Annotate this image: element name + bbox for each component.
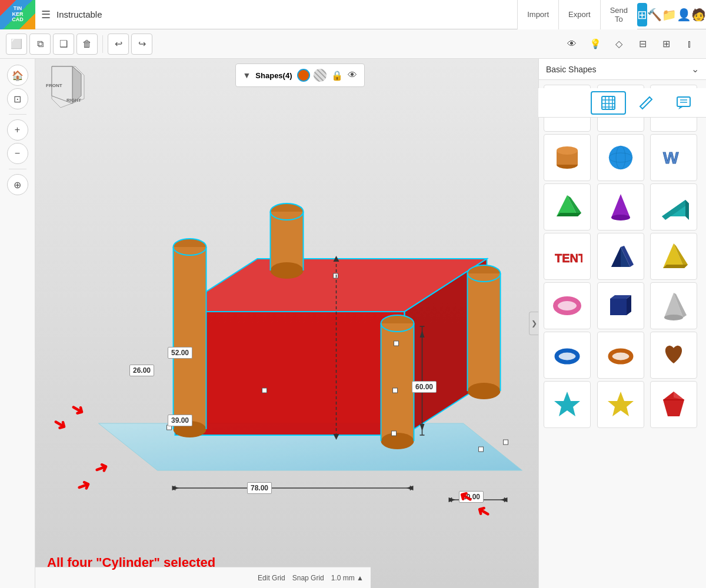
right-panel: Basic Shapes ⌄ — [538, 59, 706, 588]
nav-list-icon[interactable]: ☰ — [41, 8, 51, 21]
svg-point-140 — [557, 350, 578, 362]
eye-icon[interactable]: 👁 — [348, 70, 357, 81]
grid-view-icon[interactable]: ⊞ — [637, 3, 647, 26]
svg-marker-126 — [611, 247, 621, 267]
separator — [102, 35, 103, 53]
shapes-panel-icon[interactable] — [591, 91, 626, 115]
new-shape-button[interactable]: ⬜ — [6, 34, 27, 55]
svg-rect-61 — [504, 440, 508, 445]
shape-select-toggle[interactable]: ◇ — [608, 34, 630, 55]
svg-point-111 — [557, 146, 578, 155]
delete-button[interactable]: 🗑 — [76, 34, 98, 55]
collapse-panel-button[interactable]: ❯ — [529, 312, 538, 335]
svg-line-89 — [645, 100, 647, 102]
svg-rect-50 — [468, 273, 501, 391]
shape-torus-orange[interactable] — [597, 332, 644, 379]
shape-cylinder[interactable] — [544, 134, 591, 181]
shape-cone-gray[interactable] — [650, 282, 697, 329]
svg-point-120 — [611, 215, 630, 220]
import-button[interactable]: Import — [517, 0, 558, 29]
comment-panel-icon[interactable] — [666, 91, 701, 115]
align-toggle[interactable]: ⊞ — [655, 34, 677, 55]
svg-rect-60 — [479, 447, 484, 452]
svg-rect-32 — [174, 247, 207, 429]
shape-wedge-teal[interactable] — [650, 183, 697, 230]
redo-button[interactable]: ↪ — [131, 34, 152, 55]
snap-value[interactable]: 1.0 mm ▲ — [331, 574, 364, 582]
flip-toggle[interactable]: ⫿ — [679, 34, 700, 55]
shape-star-yellow[interactable] — [597, 381, 644, 428]
visibility-toggle[interactable]: 👁 — [561, 34, 582, 55]
light-toggle[interactable]: 💡 — [585, 34, 606, 55]
svg-marker-74 — [449, 497, 456, 502]
shape-panel-collapse[interactable]: ▼ — [243, 71, 251, 80]
shape-torus-blue[interactable] — [544, 332, 591, 379]
svg-marker-130 — [663, 265, 688, 268]
shape-box-navy2[interactable] — [597, 282, 644, 329]
shape-gem-red[interactable] — [650, 381, 697, 428]
dim-label-52: 52.00 — [168, 347, 192, 359]
undo-button[interactable]: ↩ — [108, 34, 129, 55]
file-icon[interactable]: 📁 — [662, 3, 677, 26]
main-area: 🏠 ⊡ + − ⊕ FRONT RIGHT ▼ — [0, 59, 706, 588]
home-button[interactable]: 🏠 — [7, 65, 28, 86]
svg-rect-59 — [334, 273, 338, 278]
edit-grid-label[interactable]: Edit Grid — [258, 574, 285, 582]
toolbar: ⬜ ⧉ ❑ 🗑 ↩ ↪ 👁 💡 ◇ ⊟ ⊞ ⫿ — [0, 29, 706, 59]
shape-pyramid-green[interactable] — [544, 183, 591, 230]
bottom-text: All four "Cylinder" selected — [47, 555, 215, 570]
right-panel-nav: Import Export Send To ⊞ 🔨 📁 👤 🧑 — [538, 0, 706, 29]
basic-shapes-title: Basic Shapes — [546, 65, 597, 74]
shape-sphere[interactable] — [597, 134, 644, 181]
shapes-dropdown-arrow[interactable]: ⌄ — [691, 64, 699, 75]
shapes-grid: W — [539, 80, 706, 433]
mirror-toggle[interactable]: ⊟ — [632, 34, 653, 55]
shape-cone-purple[interactable] — [597, 183, 644, 230]
svg-marker-134 — [610, 299, 627, 315]
shape-prism-navy[interactable] — [597, 233, 644, 280]
svg-marker-25 — [175, 312, 405, 435]
ungroup-button[interactable]: ❑ — [53, 34, 74, 55]
shape-panel-title: Shapes(4) — [255, 71, 292, 80]
top-nav: TINKERCAD ☰ Instructable Import Export S… — [0, 0, 706, 29]
sendto-button[interactable]: Send To — [600, 0, 637, 29]
user-add-icon[interactable]: 👤 — [677, 3, 691, 26]
layers-button[interactable]: ⊕ — [7, 174, 28, 195]
hole-button[interactable] — [314, 69, 327, 82]
svg-point-45 — [381, 433, 414, 449]
build-icon[interactable]: 🔨 — [647, 3, 662, 26]
zoom-out-button[interactable]: − — [7, 143, 28, 164]
ruler-panel-icon[interactable] — [628, 91, 664, 115]
group-button[interactable]: ⧉ — [29, 34, 51, 55]
svg-marker-119 — [611, 194, 630, 218]
viewport[interactable]: FRONT RIGHT ▼ Shapes(4) 🔒 👁 — [35, 59, 538, 588]
svg-point-137 — [664, 315, 683, 320]
svg-marker-69 — [172, 486, 179, 490]
svg-point-112 — [609, 146, 632, 169]
zoom-in-button[interactable]: + — [7, 119, 28, 141]
solid-color-button[interactable] — [297, 69, 310, 82]
export-button[interactable]: Export — [558, 0, 600, 29]
shape-panel: ▼ Shapes(4) 🔒 👁 — [235, 64, 365, 87]
shape-heart-brown[interactable] — [650, 332, 697, 379]
svg-marker-143 — [554, 392, 580, 416]
lock-icon[interactable]: 🔒 — [331, 70, 343, 81]
fit-to-view-button[interactable]: ⊡ — [7, 88, 28, 109]
shape-star-teal[interactable] — [544, 381, 591, 428]
scene-svg — [35, 59, 538, 588]
avatar-icon[interactable]: 🧑 — [691, 3, 706, 26]
svg-rect-58 — [394, 341, 399, 346]
svg-rect-57 — [393, 388, 398, 393]
svg-rect-91 — [677, 97, 690, 106]
svg-marker-144 — [608, 392, 634, 416]
logo-text: TINKERCAD — [12, 6, 24, 24]
nav-title-area: ☰ Instructable — [35, 8, 108, 21]
shape-text3d[interactable]: W — [650, 134, 697, 181]
snap-grid-label: Snap Grid — [292, 574, 324, 582]
nav-title: Instructable — [56, 9, 102, 19]
shape-pyramid-yellow[interactable] — [650, 233, 697, 280]
svg-point-132 — [555, 299, 579, 313]
shape-tent[interactable]: TENT — [544, 233, 591, 280]
shape-torus-pink[interactable] — [544, 282, 591, 329]
svg-text:TENT: TENT — [555, 252, 582, 265]
